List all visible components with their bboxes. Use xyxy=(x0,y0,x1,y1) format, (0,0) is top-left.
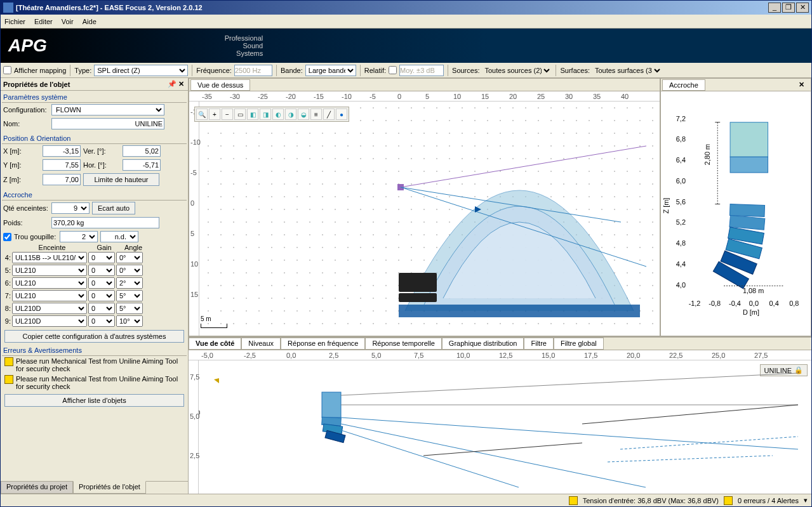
enceinte-select[interactable]: UL210D xyxy=(12,303,87,314)
statusbar: Tension d'entrée: 36,8 dBV (Max: 36,8 dB… xyxy=(1,494,811,506)
enceinte-select[interactable]: UL210 xyxy=(12,277,87,289)
svg-line-44 xyxy=(341,373,798,395)
qty-select[interactable]: 9 xyxy=(51,202,90,214)
z-input[interactable] xyxy=(43,174,81,185)
x-input[interactable] xyxy=(43,145,81,157)
hor-input[interactable] xyxy=(123,159,161,171)
x-label: X [m]: xyxy=(3,147,40,155)
row-index: 5: xyxy=(3,267,11,274)
errors-count-label[interactable]: 0 erreurs / 4 Alertes xyxy=(738,497,799,504)
row-index: 7: xyxy=(3,292,11,300)
minimize-button[interactable]: _ xyxy=(768,3,781,13)
type-select[interactable]: SPL direct (Z) xyxy=(94,65,188,76)
maximize-button[interactable]: ❐ xyxy=(782,3,795,13)
shape1-icon[interactable]: ◧ xyxy=(247,109,258,120)
shape2-icon[interactable]: ◨ xyxy=(260,109,271,120)
panel-close-icon[interactable]: ✕ xyxy=(176,80,185,89)
shape5-icon[interactable]: ◒ xyxy=(298,109,309,120)
bottom-tab-1[interactable]: Niveaux xyxy=(241,338,281,350)
svg-line-46 xyxy=(341,418,798,449)
panel-title: Propriétés de l'objet xyxy=(3,81,70,88)
tab-object-props[interactable]: Propriétés de l'objet xyxy=(73,481,146,494)
show-object-list-button[interactable]: Afficher liste d'objets xyxy=(4,394,184,407)
zoom-in-icon[interactable]: + xyxy=(209,109,220,120)
enceinte-select[interactable]: UL210D xyxy=(12,315,87,327)
top-scale-label: 5 m xyxy=(201,315,227,328)
line-icon[interactable]: ╱ xyxy=(323,109,335,120)
group-system: Paramètres système xyxy=(2,92,187,103)
top-view-tab[interactable]: Vue de dessus xyxy=(190,79,250,91)
gain-select[interactable]: 0 xyxy=(88,303,115,314)
angle-select[interactable]: 5° xyxy=(116,290,143,301)
bottom-tab-5[interactable]: Filtre xyxy=(524,338,553,350)
tab-project-props[interactable]: Propriétés du projet xyxy=(1,482,73,494)
band-select[interactable]: Large bande xyxy=(305,65,356,76)
svg-text:7,2: 7,2 xyxy=(676,115,686,122)
group-position: Position & Orientation xyxy=(2,133,187,144)
ver-input[interactable] xyxy=(123,145,161,157)
warning-icon xyxy=(569,496,578,505)
menu-help[interactable]: Aide xyxy=(83,18,97,25)
bottom-tab-3[interactable]: Réponse temporelle xyxy=(365,338,441,350)
titlebar: [Théatre Amandiers.fc2*] - EASE Focus 2,… xyxy=(1,1,811,15)
rigging-close-icon[interactable]: ✕ xyxy=(792,79,811,90)
close-button[interactable]: ✕ xyxy=(796,3,809,13)
angle-select[interactable]: 2° xyxy=(116,277,143,289)
pinhole-nd-select[interactable]: n.d. xyxy=(100,231,138,242)
menu-edit[interactable]: Editer xyxy=(34,18,53,25)
pinhole-select[interactable]: 2 xyxy=(60,231,98,242)
bottom-tab-4[interactable]: Graphique distribution xyxy=(442,338,524,350)
surfaces-select[interactable]: Toutes surfaces (3) xyxy=(592,65,662,76)
gain-select[interactable]: 0 xyxy=(88,265,115,276)
config-select[interactable]: FLOWN xyxy=(51,104,164,115)
relative-label: Relatif: xyxy=(364,67,386,74)
bottom-tab-6[interactable]: Filtre global xyxy=(554,338,604,350)
chevron-down-icon[interactable]: ▾ xyxy=(804,496,808,504)
fit-icon[interactable]: ▭ xyxy=(234,109,246,120)
pinhole-checkbox[interactable] xyxy=(3,233,11,241)
angle-select[interactable]: 0° xyxy=(116,265,143,276)
gain-select[interactable]: 0 xyxy=(88,252,115,263)
properties-panel: Propriétés de l'objet 📌 ✕ Paramètres sys… xyxy=(1,78,189,494)
bottom-tab-0[interactable]: Vue de côté xyxy=(189,338,241,350)
mapping-checkbox[interactable] xyxy=(3,66,11,74)
bottom-tab-2[interactable]: Réponse en fréquence xyxy=(281,338,365,350)
weight-value xyxy=(51,217,159,228)
shape3-icon[interactable]: ◐ xyxy=(272,109,284,120)
enceinte-select[interactable]: UL115B --> UL210/D xyxy=(12,252,87,263)
svg-text:Z [m]: Z [m] xyxy=(662,198,670,214)
zoom-icon[interactable]: 🔍 xyxy=(196,109,208,120)
sources-label: Sources: xyxy=(452,67,479,74)
zoom-out-icon[interactable]: − xyxy=(222,109,233,120)
gain-select[interactable]: 0 xyxy=(88,315,115,327)
enceinte-select[interactable]: UL210 xyxy=(12,265,87,276)
relative-checkbox[interactable] xyxy=(389,66,397,74)
top-view-canvas[interactable]: -15-10-5051015 🔍 + − ▭ ◧ ◨ ◐ ◑ ◒ ≡ xyxy=(189,102,660,336)
svg-text:6,8: 6,8 xyxy=(676,135,686,143)
angle-select[interactable]: 0° xyxy=(116,252,143,263)
gain-select[interactable]: 0 xyxy=(88,290,115,301)
rigging-canvas[interactable]: Z [m] D [m] 7,26,86,46,05,65,24,84,44,0 … xyxy=(661,91,811,336)
menu-view[interactable]: Voir xyxy=(62,18,74,25)
y-input[interactable] xyxy=(43,159,81,171)
angle-select[interactable]: 10° xyxy=(116,315,143,327)
shape4-icon[interactable]: ◑ xyxy=(285,109,296,120)
sources-select[interactable]: Toutes sources (2) xyxy=(482,65,552,76)
svg-text:4,4: 4,4 xyxy=(676,260,686,268)
menu-file[interactable]: Fichier xyxy=(4,18,25,25)
copy-config-button[interactable]: Copier cette configuration à d'autres sy… xyxy=(4,330,184,343)
side-view-panel: Vue de côtéNiveauxRéponse en fréquenceRé… xyxy=(189,336,811,494)
height-limit-button[interactable]: Limite de hauteur xyxy=(83,173,159,186)
z-label: Z [m]: xyxy=(3,176,40,183)
gain-select[interactable]: 0 xyxy=(88,277,115,289)
auto-spread-button[interactable]: Ecart auto xyxy=(92,202,135,214)
enceinte-select[interactable]: UL210 xyxy=(12,290,87,301)
name-input[interactable] xyxy=(51,118,164,129)
ver-label: Ver. [°]: xyxy=(83,147,120,155)
pin-icon[interactable]: 📌 xyxy=(168,80,176,89)
rigging-tab[interactable]: Accroche xyxy=(662,79,705,91)
speaker-icon[interactable]: ● xyxy=(336,109,347,120)
angle-select[interactable]: 5° xyxy=(116,303,143,314)
side-view-canvas[interactable]: 7,55,02,5 🔍 + − ▭ ╱ ● UNILINE 🔒 xyxy=(189,360,811,494)
stairs-icon[interactable]: ≡ xyxy=(310,109,322,120)
